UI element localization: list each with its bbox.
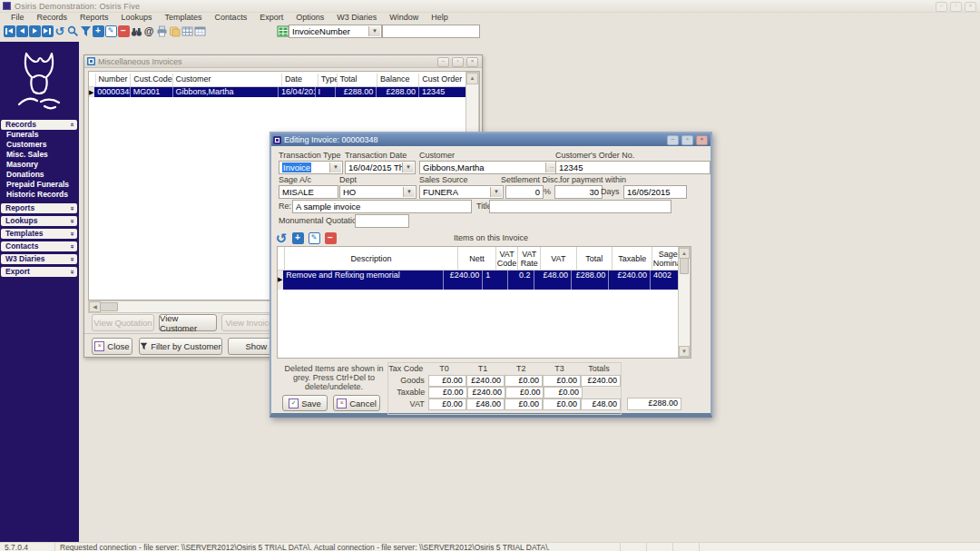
filter-by-customer-button[interactable]: Filter by Customer bbox=[139, 338, 222, 355]
quick-search-input[interactable] bbox=[382, 25, 480, 38]
sales-source-dropdown-icon[interactable]: ▼ bbox=[490, 187, 502, 197]
menu-item-w3-diaries[interactable]: W3 Diaries bbox=[330, 13, 383, 22]
transaction-type-dropdown-icon[interactable]: ▼ bbox=[329, 162, 341, 172]
customer-field[interactable]: Gibbons,Martha ... bbox=[419, 161, 559, 174]
app-close-button[interactable]: × bbox=[965, 2, 976, 12]
items-column-vat-code[interactable]: VAT Code bbox=[496, 247, 519, 270]
sage-ac-field[interactable]: MISALE bbox=[279, 185, 338, 199]
invoices-maximize-button[interactable]: ▫ bbox=[452, 57, 464, 67]
filter-icon[interactable] bbox=[79, 24, 92, 39]
email-icon[interactable]: @ bbox=[142, 24, 155, 39]
app-minimize-button[interactable]: – bbox=[936, 2, 947, 12]
column-header-total[interactable]: Total bbox=[338, 74, 377, 86]
items-column-total[interactable]: Total bbox=[577, 247, 612, 270]
dept-combo[interactable]: HO ▼ bbox=[339, 185, 416, 199]
search-field-selector[interactable]: InvoiceNumber ▼ bbox=[289, 25, 382, 38]
print-icon[interactable] bbox=[155, 24, 168, 39]
table-view-icon[interactable] bbox=[181, 24, 193, 39]
menu-item-contacts[interactable]: Contacts bbox=[209, 13, 254, 22]
items-scroll-down-icon[interactable]: ▼ bbox=[679, 346, 690, 357]
items-column-vat[interactable]: VAT bbox=[541, 247, 576, 270]
dialog-maximize-button[interactable]: ▫ bbox=[681, 135, 693, 145]
menu-item-options[interactable]: Options bbox=[289, 13, 330, 22]
last-record-icon[interactable] bbox=[41, 24, 54, 39]
menu-item-lookups[interactable]: Lookups bbox=[115, 13, 159, 22]
add-icon[interactable]: + bbox=[92, 24, 104, 39]
column-header-customer[interactable]: Customer bbox=[173, 74, 282, 86]
transaction-date-dropdown-icon[interactable]: ▼ bbox=[402, 162, 414, 172]
dialog-titlebar[interactable]: Editing Invoice: 00000348 – ▫ × bbox=[271, 133, 710, 146]
menu-item-window[interactable]: Window bbox=[383, 13, 425, 22]
settlement-field[interactable]: 0 bbox=[505, 185, 544, 199]
dialog-close-button[interactable]: × bbox=[696, 135, 708, 145]
menu-item-file[interactable]: File bbox=[5, 13, 31, 22]
items-delete-icon[interactable]: − bbox=[324, 231, 337, 246]
search-icon[interactable] bbox=[66, 24, 79, 39]
transaction-date-combo[interactable]: 16/04/2015 Thu ▼ bbox=[345, 161, 416, 174]
app-titlebar[interactable]: Osiris Demonstration: Osiris Five – ▫ × bbox=[0, 0, 980, 13]
find-binoculars-icon[interactable] bbox=[130, 24, 142, 39]
menu-item-export[interactable]: Export bbox=[253, 13, 289, 22]
save-button[interactable]: ✓ Save bbox=[282, 395, 328, 411]
sidebar-section-lookups[interactable]: Lookups« bbox=[1, 216, 77, 226]
column-header-type[interactable]: Type bbox=[318, 74, 338, 86]
invoices-window-titlebar[interactable]: Miscellaneous Invoices – ▫ × bbox=[84, 55, 482, 68]
invoices-close-button[interactable]: × bbox=[466, 57, 478, 67]
invoices-minimize-button[interactable]: – bbox=[437, 57, 449, 67]
copy-folder-icon[interactable] bbox=[168, 24, 181, 39]
invoice-row[interactable]: ▶ 00000348 MG001 Gibbons,Martha 16/04/20… bbox=[89, 87, 466, 97]
items-column-nett[interactable]: Nett bbox=[458, 247, 495, 270]
items-refresh-icon[interactable]: ↺ bbox=[275, 231, 288, 246]
sidebar-item-historic-records[interactable]: Historic Records bbox=[0, 190, 79, 200]
calendar-grid-icon[interactable] bbox=[193, 24, 206, 39]
sidebar-section-templates[interactable]: Templates« bbox=[1, 229, 77, 239]
scroll-up-icon[interactable]: ▲ bbox=[466, 73, 478, 84]
menu-item-templates[interactable]: Templates bbox=[159, 13, 209, 22]
items-column-description[interactable]: Description bbox=[285, 247, 458, 270]
items-vertical-scrollbar[interactable]: ▲ ▼ bbox=[678, 247, 691, 358]
payment-days-field[interactable]: 30 bbox=[554, 185, 603, 199]
delete-icon[interactable]: − bbox=[117, 24, 130, 39]
sidebar-section-reports[interactable]: Reports« bbox=[1, 203, 77, 213]
menu-item-records[interactable]: Records bbox=[31, 13, 74, 22]
column-header-cust-code[interactable]: Cust.Code bbox=[131, 74, 172, 86]
dept-dropdown-icon[interactable]: ▼ bbox=[403, 187, 415, 197]
menu-item-reports[interactable]: Reports bbox=[74, 13, 115, 22]
order-no-field[interactable]: 12345 bbox=[555, 161, 710, 174]
cancel-button[interactable]: × Cancel bbox=[333, 395, 380, 411]
items-scroll-thumb[interactable] bbox=[680, 258, 689, 274]
re-field[interactable]: A sample invoice bbox=[292, 200, 472, 213]
view-customer-button[interactable]: View Customer bbox=[159, 314, 217, 331]
view-quotation-button[interactable]: View Quotation bbox=[92, 314, 154, 331]
search-field-dropdown-arrow-icon[interactable]: ▼ bbox=[368, 26, 380, 36]
goto-grid-icon[interactable] bbox=[277, 24, 289, 39]
payment-date-field[interactable]: 16/05/2015 bbox=[623, 185, 687, 199]
sidebar-item-donations[interactable]: Donations bbox=[0, 170, 79, 180]
item-row[interactable]: ▶ Remove and Refixing memorial £240.00 1… bbox=[278, 271, 683, 290]
sidebar-item-masonry[interactable]: Masonry bbox=[0, 160, 79, 170]
close-button[interactable]: × Close bbox=[92, 338, 132, 355]
sidebar-item-funerals[interactable]: Funerals bbox=[0, 130, 79, 140]
sales-source-combo[interactable]: FUNERA ▼ bbox=[419, 185, 504, 199]
title-field[interactable] bbox=[489, 200, 671, 213]
first-record-icon[interactable] bbox=[3, 24, 15, 39]
sidebar-item-prepaid-funerals[interactable]: Prepaid Funerals bbox=[0, 180, 79, 190]
refresh-icon[interactable]: ↺ bbox=[54, 24, 66, 39]
sidebar-item-customers[interactable]: Customers bbox=[0, 140, 79, 150]
previous-record-icon[interactable] bbox=[15, 24, 28, 39]
app-maximize-button[interactable]: ▫ bbox=[950, 2, 962, 12]
column-header-cust-order[interactable]: Cust Order bbox=[419, 74, 466, 86]
items-column-taxable[interactable]: Taxable bbox=[612, 247, 652, 270]
monumental-quotation-field[interactable] bbox=[355, 214, 409, 228]
menu-item-help[interactable]: Help bbox=[425, 13, 455, 22]
scroll-thumb[interactable] bbox=[100, 302, 118, 311]
dialog-minimize-button[interactable]: – bbox=[667, 135, 679, 145]
column-header-date[interactable]: Date bbox=[282, 74, 318, 86]
column-header-number[interactable]: Number bbox=[96, 74, 132, 86]
sidebar-section-contacts[interactable]: Contacts« bbox=[1, 241, 77, 251]
items-column-vat-rate[interactable]: VAT Rate bbox=[518, 247, 541, 270]
sidebar-section-records[interactable]: Records « bbox=[1, 120, 77, 130]
transaction-type-combo[interactable]: Invoice ▼ bbox=[279, 161, 343, 174]
edit-record-icon[interactable]: ✎ bbox=[104, 24, 117, 39]
items-edit-icon[interactable]: ✎ bbox=[308, 231, 320, 246]
